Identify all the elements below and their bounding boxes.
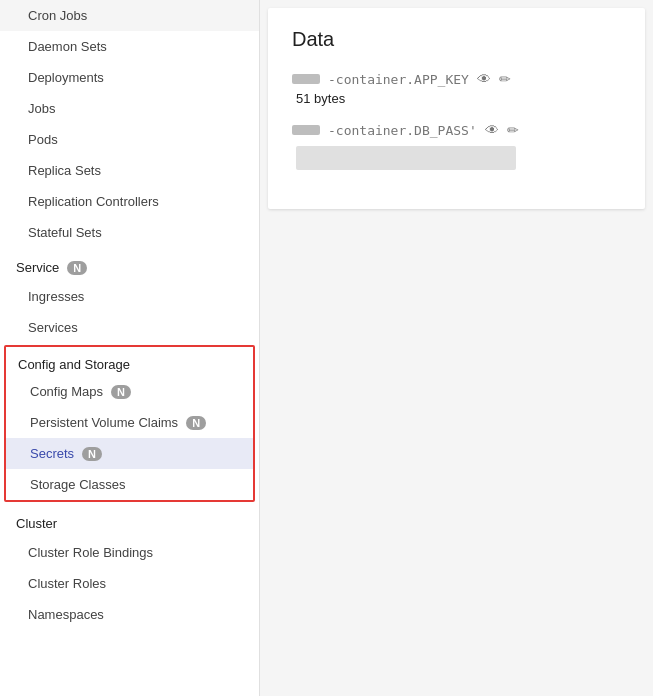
sidebar-item-label: Pods — [28, 132, 58, 147]
sidebar-item-cluster-role-bindings[interactable]: Cluster Role Bindings — [0, 537, 259, 568]
sidebar-item-label: Cluster Role Bindings — [28, 545, 153, 560]
sidebar-item-ingresses[interactable]: Ingresses — [0, 281, 259, 312]
sidebar-item-label: Config Maps — [30, 384, 103, 399]
sidebar-item-deployments[interactable]: Deployments — [0, 62, 259, 93]
sidebar-item-label: Jobs — [28, 101, 55, 116]
sidebar: Cron Jobs Daemon Sets Deployments Jobs P… — [0, 0, 260, 696]
key-prefix-icon — [292, 125, 320, 135]
sidebar-item-label: Stateful Sets — [28, 225, 102, 240]
eye-icon-db-pass[interactable]: 👁 — [485, 122, 499, 138]
sidebar-item-label: Services — [28, 320, 78, 335]
workloads-section: Cron Jobs Daemon Sets Deployments Jobs P… — [0, 0, 259, 248]
sidebar-item-config-maps[interactable]: Config Maps N — [6, 376, 253, 407]
app-key-label: -container.APP_KEY — [328, 72, 469, 87]
data-row-db-pass: -container.DB_PASS' 👁 ✏ — [292, 122, 621, 173]
cluster-section: Cluster Cluster Role Bindings Cluster Ro… — [0, 504, 259, 630]
sidebar-item-label: Storage Classes — [30, 477, 125, 492]
sidebar-item-replica-sets[interactable]: Replica Sets — [0, 155, 259, 186]
config-storage-section: Config and Storage Config Maps N Persist… — [4, 345, 255, 502]
service-badge: N — [67, 261, 87, 275]
sidebar-item-services[interactable]: Services — [0, 312, 259, 343]
service-section-header: Service N — [0, 248, 259, 281]
sidebar-item-cron-jobs[interactable]: Cron Jobs — [0, 0, 259, 31]
sidebar-item-label: Deployments — [28, 70, 104, 85]
sidebar-item-daemon-sets[interactable]: Daemon Sets — [0, 31, 259, 62]
sidebar-item-label: Ingresses — [28, 289, 84, 304]
data-card: Data -container.APP_KEY 👁 ✏ 51 bytes -co… — [268, 8, 645, 209]
config-storage-header: Config and Storage — [6, 347, 253, 376]
main-content: Data -container.APP_KEY 👁 ✏ 51 bytes -co… — [260, 0, 653, 696]
sidebar-item-namespaces[interactable]: Namespaces — [0, 599, 259, 630]
sidebar-item-label: Replication Controllers — [28, 194, 159, 209]
sidebar-item-label: Daemon Sets — [28, 39, 107, 54]
sidebar-item-pods[interactable]: Pods — [0, 124, 259, 155]
sidebar-item-persistent-volume-claims[interactable]: Persistent Volume Claims N — [6, 407, 253, 438]
sidebar-item-label: Replica Sets — [28, 163, 101, 178]
edit-icon-app-key[interactable]: ✏ — [499, 71, 511, 87]
sidebar-item-label: Cron Jobs — [28, 8, 87, 23]
sidebar-item-label: Secrets — [30, 446, 74, 461]
db-pass-value-hidden — [296, 146, 516, 170]
sidebar-item-jobs[interactable]: Jobs — [0, 93, 259, 124]
page-title: Data — [292, 28, 621, 51]
sidebar-item-replication-controllers[interactable]: Replication Controllers — [0, 186, 259, 217]
sidebar-item-storage-classes[interactable]: Storage Classes — [6, 469, 253, 500]
pvc-badge: N — [186, 416, 206, 430]
sidebar-item-label: Persistent Volume Claims — [30, 415, 178, 430]
sidebar-item-cluster-roles[interactable]: Cluster Roles — [0, 568, 259, 599]
key-prefix-icon — [292, 74, 320, 84]
sidebar-item-label: Namespaces — [28, 607, 104, 622]
service-section: Service N Ingresses Services — [0, 248, 259, 343]
edit-icon-db-pass[interactable]: ✏ — [507, 122, 519, 138]
data-key-app-key: -container.APP_KEY 👁 ✏ — [292, 71, 621, 87]
sidebar-item-secrets[interactable]: Secrets N — [6, 438, 253, 469]
data-key-db-pass: -container.DB_PASS' 👁 ✏ — [292, 122, 621, 138]
config-maps-badge: N — [111, 385, 131, 399]
db-pass-label: -container.DB_PASS' — [328, 123, 477, 138]
eye-icon-app-key[interactable]: 👁 — [477, 71, 491, 87]
sidebar-item-label: Cluster Roles — [28, 576, 106, 591]
secrets-badge: N — [82, 447, 102, 461]
cluster-section-header: Cluster — [0, 504, 259, 537]
sidebar-item-stateful-sets[interactable]: Stateful Sets — [0, 217, 259, 248]
app-key-value: 51 bytes — [296, 91, 621, 106]
data-row-app-key: -container.APP_KEY 👁 ✏ 51 bytes — [292, 71, 621, 106]
